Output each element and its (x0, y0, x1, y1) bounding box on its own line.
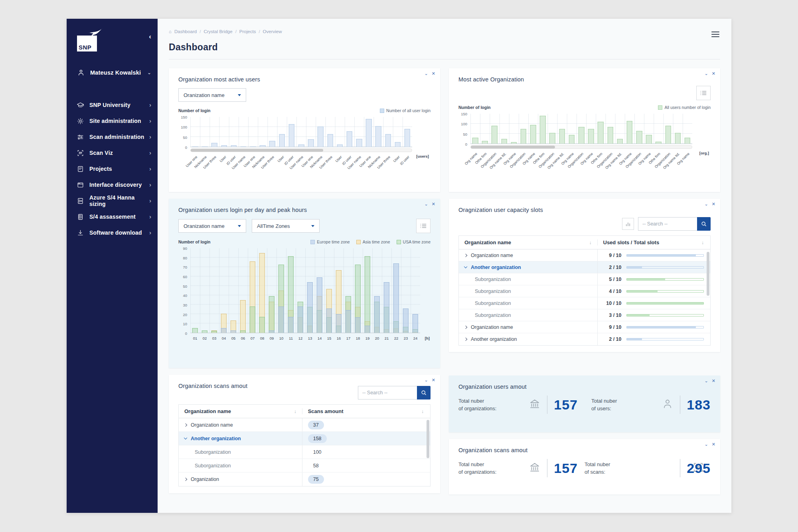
organization-name-dropdown[interactable]: Oranization name (178, 219, 246, 233)
collapse-widget-icon[interactable]: ⌄ (425, 202, 428, 207)
sidebar-item-software-download[interactable]: Software download› (67, 225, 158, 241)
sidebar-item-label: Scan Viz (89, 150, 113, 156)
bar (685, 138, 691, 144)
collapse-widget-icon[interactable]: ⌄ (705, 378, 708, 384)
table-row[interactable]: Suborganization10 / 10 (459, 297, 710, 309)
close-widget-icon[interactable]: ✕ (712, 442, 715, 447)
dropdown-value: Oranization name (184, 92, 225, 98)
breadcrumb-crystal-bridge[interactable]: Crystal Bridge (203, 29, 232, 34)
horizontal-scrollbar[interactable] (470, 145, 692, 149)
chevron-down-icon[interactable] (464, 265, 467, 268)
close-widget-icon[interactable]: ✕ (432, 71, 435, 76)
collapse-widget-icon[interactable]: ⌄ (425, 378, 428, 383)
table-row[interactable]: Suborganization3 / 10 (459, 309, 710, 321)
org-name: Another organization (191, 436, 241, 441)
table-row[interactable]: Organization name9 / 10 (459, 321, 710, 333)
table-row[interactable]: Suborganization58 (179, 459, 430, 473)
collapse-widget-icon[interactable]: ⌄ (705, 442, 708, 447)
breadcrumb-projects[interactable]: Projects (239, 29, 256, 34)
chevron-down-icon[interactable] (184, 436, 187, 439)
close-widget-icon[interactable]: ✕ (712, 378, 715, 384)
snp-logo: SNP (77, 31, 102, 51)
sidebar: SNP ‹ Mateusz Kowalski ⌄ SNP University›… (67, 19, 158, 513)
chevron-right-icon[interactable] (464, 253, 467, 257)
search-input[interactable] (638, 217, 697, 231)
y-tick: 100 (181, 125, 187, 129)
legend-swatch (658, 105, 662, 110)
x-tick-label: 23 (404, 336, 408, 340)
search-button[interactable] (697, 217, 711, 231)
close-widget-icon[interactable]: ✕ (432, 202, 435, 207)
chevron-right-icon[interactable] (184, 478, 187, 481)
list-view-button[interactable] (416, 219, 431, 233)
chart-view-button[interactable] (622, 218, 634, 230)
dropdown-value: Oranization name (184, 223, 225, 229)
x-tick-label: 22 (394, 336, 399, 340)
close-widget-icon[interactable]: ✕ (712, 71, 715, 76)
table-row[interactable]: Another organization2 / 10 (459, 261, 710, 273)
x-tick-label: 09 (270, 336, 274, 340)
table-row[interactable]: Organization name9 / 10 (459, 249, 710, 261)
x-tick-label: 02 (203, 336, 207, 340)
table-row[interactable]: Another organization2 / 10 (459, 333, 710, 345)
x-tick-label: ID user (399, 155, 410, 166)
column-header[interactable]: Organization name (184, 408, 231, 414)
list-view-button[interactable] (696, 86, 711, 100)
sidebar-item-azure-s-4-hanna-sizing[interactable]: Azure S/4 Hanna sizing› (67, 193, 158, 209)
sidebar-item-scan-viz[interactable]: Scan Viz› (67, 145, 158, 161)
bar (317, 277, 322, 333)
y-tick: 150 (181, 115, 187, 119)
chevron-right-icon[interactable] (464, 338, 467, 341)
table-row[interactable]: Organization75 (179, 473, 430, 486)
horizontal-scrollbar[interactable] (190, 148, 412, 152)
collapse-widget-icon[interactable]: ⌄ (425, 71, 428, 76)
stat-organizations: Total nuber of organizations: 157 (458, 459, 578, 477)
vertical-scrollbar[interactable] (427, 420, 429, 458)
column-header[interactable]: Scans amount (308, 408, 344, 414)
column-header[interactable]: Organization name (464, 239, 511, 245)
vertical-scrollbar[interactable] (707, 252, 709, 296)
sort-icon[interactable]: ↓ (294, 409, 296, 414)
sort-icon[interactable]: ↓ (701, 240, 704, 245)
table-row[interactable]: Suborganization4 / 10 (459, 285, 710, 297)
sidebar-item-label: Site administration (89, 118, 141, 124)
table-row[interactable]: Another organization158 (179, 432, 430, 445)
sort-icon[interactable]: ↓ (589, 240, 592, 245)
chevron-right-icon[interactable] (184, 423, 187, 426)
table-row[interactable]: Suborganization5 / 10 (459, 273, 710, 285)
search-input[interactable] (358, 386, 417, 399)
organization-name-dropdown[interactable]: Oranization name (178, 88, 246, 102)
table-row[interactable]: Suborganization100 (179, 445, 430, 459)
sidebar-item-site-administration[interactable]: Site administration› (67, 113, 158, 129)
bar (365, 256, 370, 333)
sidebar-item-s-4-assassement[interactable]: S/4 assassement› (67, 209, 158, 225)
scrollbar-thumb[interactable] (191, 149, 323, 152)
breadcrumb-dashboard[interactable]: Dashboard (174, 29, 197, 34)
chevron-right-icon[interactable] (464, 325, 467, 328)
sidebar-item-projects[interactable]: Projects› (67, 161, 158, 177)
collapse-widget-icon[interactable]: ⌄ (705, 71, 708, 76)
hamburger-menu-icon[interactable] (711, 30, 719, 39)
time-zones-dropdown[interactable]: AllTime Zones (252, 219, 320, 233)
close-widget-icon[interactable]: ✕ (432, 378, 435, 383)
sidebar-item-scan-administration[interactable]: Scan administration› (67, 129, 158, 145)
breadcrumb-overview[interactable]: Overview (263, 29, 282, 34)
widget-title: Most active Organization (458, 76, 711, 83)
user-menu[interactable]: Mateusz Kowalski ⌄ (67, 67, 158, 79)
stat-value: 157 (554, 397, 578, 413)
column-header[interactable]: Used slots / Total slots (603, 239, 660, 245)
sidebar-collapse-icon[interactable]: ‹ (149, 33, 151, 40)
divider (169, 59, 720, 59)
bar (559, 129, 565, 144)
sidebar-item-interface-discovery[interactable]: Interface discovery› (67, 177, 158, 193)
x-tick-label: 06 (241, 336, 245, 340)
sidebar-item-snp-university[interactable]: SNP University› (67, 97, 158, 113)
close-widget-icon[interactable]: ✕ (712, 202, 715, 207)
table-row[interactable]: Organization name37 (179, 418, 430, 432)
sort-icon[interactable]: ↓ (421, 409, 424, 414)
bar-chart-icon (625, 221, 631, 227)
collapse-widget-icon[interactable]: ⌄ (705, 202, 708, 207)
search-button[interactable] (417, 386, 431, 399)
scrollbar-thumb[interactable] (471, 146, 555, 148)
download-icon (77, 229, 84, 237)
